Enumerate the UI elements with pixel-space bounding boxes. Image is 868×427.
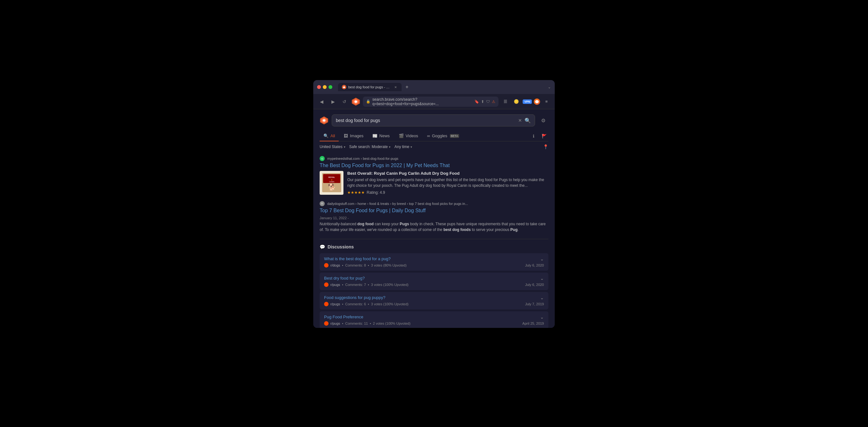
search-brave-logo [320,116,329,125]
tab-all[interactable]: 🔍 All [320,131,339,142]
result-2-title[interactable]: Top 7 Best Dog Food for Pugs | Daily Dog… [320,208,548,214]
tab-images[interactable]: 🖼 Images [340,131,367,142]
svg-marker-0 [343,86,345,88]
window-control[interactable]: ⌄ [548,85,551,89]
result-1-snippet: Our panel of dog lovers and pet experts … [347,177,548,188]
discussions-header: 💬 Discussions [320,244,548,249]
discussion-4-question[interactable]: Pug Food Preference [324,314,364,319]
result-2-url: dailydogstuff.com › home › food & treats… [327,202,468,206]
time-arrow-icon: ▾ [410,145,412,149]
address-bar-icons: 🔖 ⬆ 🛡 ⚠ [474,99,495,104]
result-item-2: D dailydogstuff.com › home › food & trea… [320,201,548,233]
menu-button[interactable]: ≡ [542,97,551,106]
discussion-1-comments: Comments: 8 [345,264,366,267]
discussion-2-question[interactable]: Best dry food for pug? [324,276,365,280]
discussion-2-expand-icon[interactable]: ⌄ [540,276,544,281]
maximize-button[interactable] [329,85,332,89]
search-clear-button[interactable]: ✕ [518,118,522,123]
discussion-3-question[interactable]: Food suggestions for pug puppy? [324,295,385,300]
time-filter[interactable]: Any time ▾ [394,145,412,149]
search-tabs: 🔍 All 🖼 Images 📰 News 🎬 Videos ∞ Goggles… [320,131,548,142]
vpn-badge[interactable]: VPN [523,99,532,104]
section-separator [320,239,548,239]
discussion-item-2[interactable]: Best dry food for pug? ⌄ r/pugs • Commen… [320,273,548,290]
result-2-snippet: Nutritionally-balanced dog food can keep… [320,221,548,233]
result-1-url: mypetneedsthat.com › best-dog-food-for-p… [327,157,398,160]
tab-news[interactable]: 📰 News [369,131,394,142]
close-button[interactable] [317,85,321,89]
discussion-3-subreddit: r/pugs [331,302,340,306]
alert-icon[interactable]: ⚠ [492,99,495,104]
discussion-2-reddit-icon [324,282,329,287]
bookmark-icon[interactable]: 🔖 [474,99,479,104]
discussion-item-4[interactable]: Pug Food Preference ⌄ r/pugs • Comments:… [320,311,548,328]
svg-text:🐕: 🐕 [328,183,336,191]
feedback-button[interactable]: 🚩 [540,132,548,140]
discussion-4-comments: Comments: 11 [345,322,368,325]
result-1-header: G mypetneedsthat.com › best-dog-food-for… [320,156,548,161]
search-submit-button[interactable]: 🔍 [525,118,531,124]
safesearch-filter[interactable]: Safe search: Moderate ▾ [349,145,391,149]
country-label: United States [320,145,342,149]
tab-images-label: Images [350,133,364,138]
tab-favicon [342,85,346,89]
discussion-1-votes: 3 votes (80% Upvoted) [371,264,407,267]
discussion-4-reddit-icon [324,321,329,326]
discussion-1-expand-icon[interactable]: ⌄ [540,256,544,262]
url-text: search.brave.com/search?q=best+dog+food+… [372,97,472,106]
discussion-1-reddit-icon [324,263,329,268]
search-input[interactable] [336,118,516,123]
new-tab-button[interactable]: + [403,83,411,91]
shield-icon[interactable]: 🛡 [486,99,490,104]
discussion-item-3[interactable]: Food suggestions for pug puppy? ⌄ r/pugs… [320,292,548,309]
discussion-4-votes: 2 votes (100% Upvoted) [373,322,410,325]
discussion-item-1[interactable]: What is the best dog food for a pug? ⌄ r… [320,253,548,271]
search-settings-button[interactable]: ⚙ [538,115,548,125]
wallet-button[interactable]: 🪙 [512,97,521,106]
discussion-1-top: What is the best dog food for a pug? ⌄ [324,256,544,262]
discussion-2-comments: Comments: 7 [345,283,366,286]
tab-videos-label: Videos [406,133,418,138]
traffic-lights [317,85,332,89]
active-tab[interactable]: best dog food for pugs - Brave ✕ [338,83,402,91]
reload-button[interactable]: ↺ [340,97,349,106]
tab-close-button[interactable]: ✕ [393,85,398,89]
reading-view-button[interactable]: ☰ [501,97,510,106]
discussion-2-subreddit: r/pugs [331,283,340,286]
result-1-favicon: G [320,156,325,161]
discussion-4-date: April 25, 2019 [522,322,544,325]
discussion-3-meta: r/pugs • Comments: 6 • 3 votes (100% Upv… [324,302,544,306]
location-button[interactable]: 📍 [543,144,548,150]
discussion-2-top: Best dry food for pug? ⌄ [324,276,544,281]
tab-goggles-label: Goggles [432,133,447,138]
time-label: Any time [394,145,409,149]
discussion-4-expand-icon[interactable]: ⌄ [540,314,544,319]
result-1-title[interactable]: The Best Dog Food for Pugs in 2022 | My … [320,162,548,169]
forward-button[interactable]: ▶ [329,97,337,106]
info-button[interactable]: ℹ [529,132,537,140]
discussion-3-date: July 7, 2019 [525,302,544,306]
result-1-text: Best Overall: Royal Canin Pug Carlin Adu… [347,171,548,195]
goggles-beta-badge: BETA [450,134,459,138]
share-icon[interactable]: ⬆ [481,99,484,104]
safesearch-arrow-icon: ▾ [389,145,391,149]
discussion-1-question[interactable]: What is the best dog food for a pug? [324,256,391,261]
result-1-stars: ★★★★★ [347,190,365,195]
search-input-wrap[interactable]: ✕ 🔍 [332,114,535,126]
discussion-3-expand-icon[interactable]: ⌄ [540,295,544,300]
discussion-4-top: Pug Food Preference ⌄ [324,314,544,319]
location-icon: 📍 [543,144,548,149]
result-1-rating: ★★★★★ Rating: 4.9 [347,190,548,195]
brave-rewards-button[interactable] [534,98,540,105]
brave-logo [351,97,360,106]
address-bar[interactable]: 🔒 search.brave.com/search?q=best+dog+foo… [363,97,498,107]
news-tab-icon: 📰 [372,133,377,138]
minimize-button[interactable] [323,85,327,89]
tab-goggles[interactable]: ∞ Goggles BETA [423,131,463,142]
tab-videos[interactable]: 🎬 Videos [395,131,422,142]
back-button[interactable]: ◀ [317,97,326,106]
tab-news-label: News [379,133,390,138]
all-tab-icon: 🔍 [323,133,329,138]
search-box-container: ✕ 🔍 ⚙ [320,114,548,126]
country-filter[interactable]: United States ▾ [320,145,345,149]
